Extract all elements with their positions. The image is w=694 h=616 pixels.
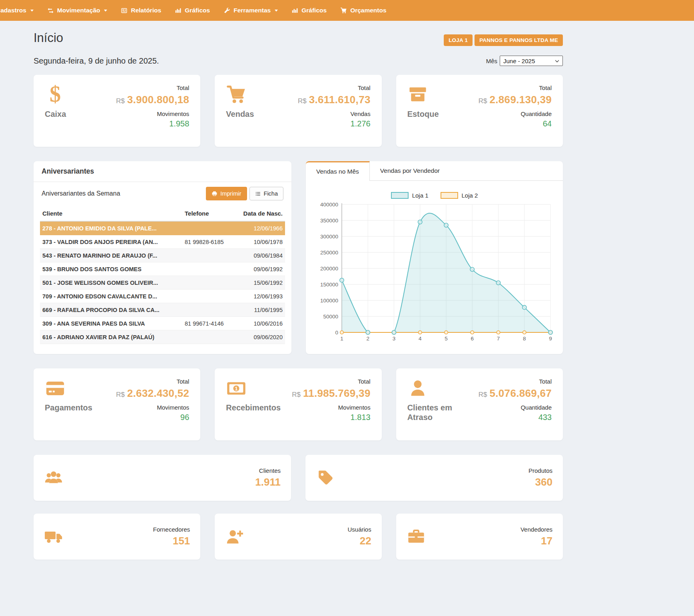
cell-telefone (182, 221, 233, 235)
table-row[interactable]: 669 - RAFAELA PROCOPIO DA SILVA CA... 11… (40, 303, 285, 317)
month-select[interactable]: June - 2025 (500, 56, 563, 66)
currency-prefix: R$ (298, 97, 307, 105)
svg-text:$: $ (50, 84, 61, 105)
table-row[interactable]: 373 - VALDIR DOS ANJOS PEREIRA (AN... 81… (40, 235, 285, 249)
nav-item-cadastros[interactable]: Cadastros (0, 0, 40, 21)
svg-text:1: 1 (235, 386, 238, 392)
count-cards-row-1: Clientes 1.911 Produtos 360 (34, 455, 563, 501)
nav-item-movimentacao[interactable]: Movimentação (40, 0, 114, 21)
total-amount: 2.869.130,39 (490, 94, 552, 106)
money-bill-icon: 1 (226, 378, 276, 399)
svg-text:400000: 400000 (320, 202, 338, 208)
svg-text:5: 5 (445, 336, 448, 342)
cell-data-nasc: 15/06/1992 (233, 276, 285, 290)
svg-text:350000: 350000 (320, 218, 338, 224)
bar-chart-icon (291, 7, 298, 14)
count-card-value: 151 (153, 535, 190, 547)
svg-text:4: 4 (419, 336, 422, 342)
nav-item-orcamentos[interactable]: Orçamentos (333, 0, 393, 21)
cell-telefone (182, 276, 233, 290)
users-icon (44, 468, 63, 488)
header-badges: LOJA 1 PANNOS E PANNOS LTDA ME (444, 34, 563, 46)
count-card-usuarios: Usuários 22 (215, 514, 381, 560)
count-label: Movimentos (116, 110, 189, 117)
count-value: 433 (479, 413, 552, 422)
total-amount: 3.900.800,18 (127, 94, 189, 106)
cell-data-nasc: 09/06/1992 (233, 262, 285, 276)
caret-down-icon (275, 10, 278, 12)
count-card-value: 360 (528, 476, 552, 488)
stat-card-caixa: $ Caixa Total R$3.900.800,18 Movimentos … (34, 75, 200, 147)
table-row[interactable]: 709 - ANTONIO EDSON CAVALCANTE D... 12/0… (40, 290, 285, 303)
table-row[interactable]: 501 - JOSE WELISSON GOMES OLIVEIR... 15/… (40, 276, 285, 290)
chart-tabs: Vendas no Mês Vendas por Vendedor (306, 161, 563, 181)
cell-cliente: 543 - RENATO MARINHO DE ARAUJO (F... (40, 249, 182, 262)
nav-item-graficos[interactable]: Gráficos (168, 0, 217, 21)
stat-card-estoque: Estoque Total R$2.869.130,39 Quantidade … (396, 75, 563, 147)
cell-telefone (182, 262, 233, 276)
store-badge[interactable]: LOJA 1 (444, 34, 473, 46)
aniversariantes-table: Cliente Telefone Data de Nasc. 278 - ANT… (40, 206, 285, 344)
nav-item-ferramentas[interactable]: Ferramentas (217, 0, 285, 21)
total-label: Total (116, 84, 189, 91)
page-title: Início (34, 31, 63, 45)
total-amount: 11.985.769,39 (303, 387, 371, 399)
count-cards-row-2: Fornecedores 151 Usuários 22 Vendedores … (34, 514, 563, 560)
svg-text:3: 3 (393, 336, 396, 342)
table-row[interactable]: 539 - BRUNO DOS SANTOS GOMES 09/06/1992 (40, 262, 285, 276)
ficha-button[interactable]: Ficha (249, 187, 283, 200)
count-card-value: 22 (347, 535, 371, 547)
nav-item-graficos-2[interactable]: Gráficos (285, 0, 333, 21)
count-card-fornecedores: Fornecedores 151 (34, 514, 200, 560)
cell-cliente: 278 - ANTONIO EMIDIO DA SILVA (PALE... (40, 221, 182, 235)
count-card-clientes: Clientes 1.911 (34, 455, 291, 501)
chart-legend: Loja 1 Loja 2 (314, 192, 555, 199)
count-card-vendedores: Vendedores 17 (396, 514, 563, 560)
currency-prefix: R$ (479, 97, 487, 105)
stat-cards-top-row: $ Caixa Total R$3.900.800,18 Movimentos … (34, 75, 563, 147)
nav-item-relatorios[interactable]: Relatórios (114, 0, 168, 21)
company-badge[interactable]: PANNOS E PANNOS LTDA ME (475, 34, 563, 46)
tag-icon (316, 468, 335, 488)
table-row[interactable]: 616 - ADRIANO XAVIER DA PAZ (PALAÚ) 09/0… (40, 330, 285, 344)
total-label: Total (298, 84, 371, 91)
svg-text:50000: 50000 (323, 314, 338, 320)
briefcase-icon (407, 527, 426, 546)
aniversariantes-panel: Aniversariantes Aniversariantes da Seman… (34, 161, 291, 354)
tab-vendas-no-mes[interactable]: Vendas no Mês (306, 161, 370, 181)
count-card-produtos: Produtos 360 (305, 455, 563, 501)
stat-card-vendas: Vendas Total R$3.611.610,73 Vendas 1.276 (215, 75, 381, 147)
cell-cliente: 539 - BRUNO DOS SANTOS GOMES (40, 262, 182, 276)
credit-card-icon (45, 378, 92, 399)
table-row[interactable]: 543 - RENATO MARINHO DE ARAUJO (F... 09/… (40, 249, 285, 262)
count-label: Quantidade (479, 404, 552, 411)
box-icon (407, 84, 439, 105)
cart-icon (340, 7, 347, 14)
cell-data-nasc: 09/06/1984 (233, 249, 285, 262)
wrench-icon (223, 7, 230, 14)
currency-prefix: R$ (116, 391, 125, 398)
count-label: Vendas (298, 110, 371, 117)
table-row[interactable]: 309 - ANA SEVERINA PAES DA SILVA 81 9967… (40, 317, 285, 330)
legend-swatch (441, 192, 458, 199)
cell-data-nasc: 12/06/1993 (233, 290, 285, 303)
count-card-label: Vendedores (520, 526, 552, 533)
imprimir-button[interactable]: Imprimir (206, 187, 247, 200)
svg-text:7: 7 (497, 336, 500, 342)
total-amount: 3.611.610,73 (309, 94, 371, 106)
truck-icon (44, 527, 63, 546)
dollar-icon: $ (45, 84, 66, 105)
table-row[interactable]: 278 - ANTONIO EMIDIO DA SILVA (PALE... 1… (40, 221, 285, 235)
report-icon (121, 7, 128, 14)
svg-text:1: 1 (340, 336, 343, 342)
cell-telefone (182, 330, 233, 344)
cell-cliente: 709 - ANTONIO EDSON CAVALCANTE D... (40, 290, 182, 303)
column-telefone: Telefone (182, 206, 233, 221)
legend-swatch (391, 192, 409, 199)
month-picker: Mês June - 2025 (486, 56, 563, 66)
tab-vendas-por-vendedor[interactable]: Vendas por Vendedor (370, 161, 450, 180)
user-plus-icon (225, 527, 244, 546)
bar-chart-icon (175, 7, 181, 14)
count-card-label: Usuários (347, 526, 371, 533)
cell-data-nasc: 10/06/1978 (233, 235, 285, 249)
